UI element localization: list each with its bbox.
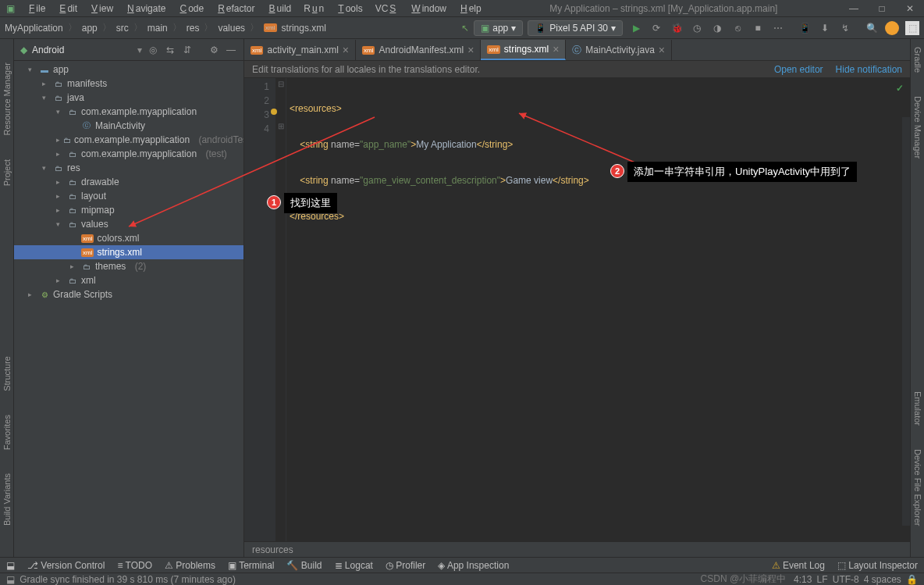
open-editor-link[interactable]: Open editor [774,64,823,75]
tool-device-file-explorer[interactable]: Device File Explorer [913,449,922,526]
status-toggle-icon[interactable]: ⬓ [6,574,15,585]
code-editor[interactable]: 1234 ⊟⊞ <resources> <string name="app_na… [244,78,910,541]
tool-terminal[interactable]: ▣ Terminal [228,560,274,571]
run-button[interactable]: ▶ [629,21,643,35]
tool-resource-manager[interactable]: Resource Manager [2,62,12,136]
tool-todo[interactable]: ≡ TODO [117,560,152,571]
search-icon[interactable]: 🔍 [865,21,879,35]
menu-code[interactable]: Code [176,3,205,14]
file-encoding[interactable]: UTF-8 [833,574,859,585]
tool-gradle[interactable]: Gradle [913,47,922,73]
collapse-icon[interactable]: ⇆ [164,45,176,55]
tool-project[interactable]: Project [2,159,12,186]
tree-node-package-main[interactable]: ▾🗀com.example.myapplication [14,105,243,119]
crumb-values[interactable]: values [218,23,245,34]
crumb-main[interactable]: main [147,23,168,34]
tree-node-gradle[interactable]: ▸⚙Gradle Scripts [14,287,243,301]
tool-build-variants[interactable]: Build Variants [2,473,12,526]
user-avatar[interactable] [885,21,899,35]
tab-activity-main[interactable]: xmlactivity_main.xml× [244,40,356,60]
tool-event-log[interactable]: ⚠ Event Log [772,560,825,571]
menu-run[interactable]: Run [302,3,325,14]
editor-breadcrumb[interactable]: resources [244,541,910,557]
crumb-project[interactable]: MyApplication [5,23,63,34]
apply-changes-icon[interactable]: ⟳ [649,21,663,35]
menu-edit[interactable]: Edit [56,3,79,14]
editor-scrollbar[interactable] [902,117,910,526]
tool-version-control[interactable]: ⎇ Version Control [27,560,105,571]
expand-icon[interactable]: ⇵ [181,45,194,55]
crumb-file[interactable]: strings.xml [282,23,326,34]
tree-node-mipmap[interactable]: ▸🗀mipmap [14,203,243,217]
run-config-selector[interactable]: ▣app ▾ [474,20,523,36]
tool-structure[interactable]: Structure [2,356,12,391]
crumb-res[interactable]: res [187,23,200,34]
minimize-button[interactable]: — [844,3,863,14]
menu-refactor[interactable]: Refactor [215,3,256,14]
tree-node-java[interactable]: ▾🗀java [14,91,243,105]
crumb-app[interactable]: app [82,23,98,34]
lock-icon[interactable]: 🔒 [906,574,918,585]
tree-node-strings[interactable]: xmlstrings.xml [14,245,243,259]
menu-tools[interactable]: Tools [335,3,364,14]
menu-build[interactable]: Build [266,3,293,14]
menu-help[interactable]: Help [457,3,483,14]
debug-button[interactable]: 🐞 [670,21,684,35]
hide-bottom-icon[interactable]: ⬓ [6,560,15,571]
tree-node-manifests[interactable]: ▸🗀manifests [14,77,243,91]
gear-icon[interactable]: ⚙ [208,45,220,55]
profiler-icon[interactable]: ◷ [690,21,704,35]
tree-node-xml[interactable]: ▸🗀xml [14,273,243,287]
tool-build[interactable]: 🔨 Build [286,560,322,571]
tree-node-values[interactable]: ▾🗀values [14,217,243,231]
project-tree[interactable]: ▾▬app ▸🗀manifests ▾🗀java ▾🗀com.example.m… [14,61,243,557]
tool-emulator[interactable]: Emulator [913,391,922,426]
attach-icon[interactable]: ⎋ [730,21,745,35]
tree-node-package-test[interactable]: ▸🗀com.example.myapplication (test) [14,147,243,161]
hide-panel-icon[interactable]: — [225,45,237,55]
tree-node-package-androidtest[interactable]: ▸🗀com.example.myapplication (androidTest… [14,133,243,147]
tree-node-layout[interactable]: ▸🗀layout [14,189,243,203]
tree-node-res[interactable]: ▾🗀res [14,161,243,175]
tree-node-themes[interactable]: ▸🗀themes (2) [14,259,243,273]
tool-logcat[interactable]: ≣ Logcat [335,560,373,571]
cursor-position[interactable]: 4:13 [794,574,812,585]
tool-device-manager[interactable]: Device Manager [913,96,922,159]
tree-node-drawable[interactable]: ▸🗀drawable [14,175,243,189]
tree-node-colors[interactable]: xmlcolors.xml [14,231,243,245]
more-icon[interactable]: ⋯ [771,21,785,35]
warning-marker-icon[interactable] [271,109,277,115]
tool-app-inspection[interactable]: ◈ App Inspection [438,560,509,571]
tree-node-main-activity[interactable]: ⓒMainActivity [14,119,243,133]
account-icon[interactable]: ⬚ [905,21,919,35]
hide-notification-link[interactable]: Hide notification [836,64,902,75]
menu-file[interactable]: File [26,3,47,14]
tab-manifest[interactable]: xmlAndroidManifest.xml× [356,40,481,60]
tree-node-app[interactable]: ▾▬app [14,62,243,77]
avd-icon[interactable]: 📱 [798,21,812,35]
crumb-src[interactable]: src [116,23,129,34]
sdk-icon[interactable]: ⬇ [818,21,832,35]
menu-view[interactable]: View [88,3,115,14]
line-separator[interactable]: LF [817,574,828,585]
menu-navigate[interactable]: Navigate [124,3,167,14]
tool-problems[interactable]: ⚠ Problems [165,560,215,571]
inspection-ok-icon[interactable]: ✓ [896,83,904,94]
device-selector[interactable]: 📱Pixel 5 API 30 ▾ [528,20,623,36]
indent-info[interactable]: 4 spaces [864,574,901,585]
coverage-icon[interactable]: ◑ [710,21,724,35]
tool-profiler[interactable]: ◷ Profiler [386,560,425,571]
tab-strings[interactable]: xmlstrings.xml× [481,40,566,60]
close-icon[interactable]: × [343,44,349,56]
menu-vcs[interactable]: VCS [374,3,400,14]
tool-layout-inspector[interactable]: ⬚ Layout Inspector [837,560,918,571]
close-icon[interactable]: × [553,43,559,55]
tool-favorites[interactable]: Favorites [2,415,12,450]
fold-column[interactable]: ⊟⊞ [275,78,286,541]
close-icon[interactable]: × [467,44,474,56]
menu-window[interactable]: Window [408,3,448,14]
target-icon[interactable]: ◎ [147,45,159,55]
back-nav-icon[interactable]: ↖ [461,23,469,34]
close-icon[interactable]: × [659,44,665,56]
project-view-mode[interactable]: Android [32,45,133,55]
